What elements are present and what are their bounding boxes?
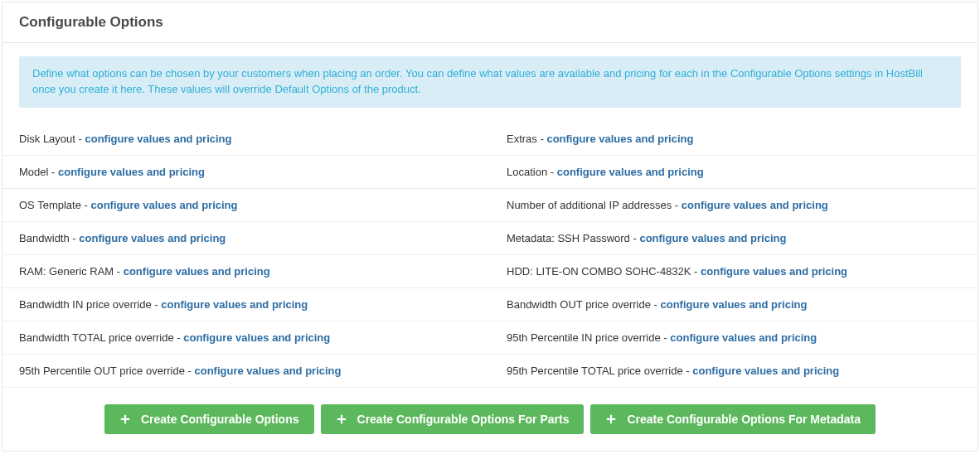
configure-link-metadata-ssh[interactable]: configure values and pricing — [639, 232, 786, 244]
option-separator: - — [70, 232, 80, 244]
plus-icon — [336, 413, 347, 425]
option-separator: - — [661, 331, 671, 344]
option-separator: - — [174, 331, 184, 344]
option-row-disk-layout: Disk Layout - configure values and prici… — [2, 123, 490, 156]
option-separator: - — [630, 232, 640, 244]
option-separator: - — [651, 298, 661, 311]
configure-link-model[interactable]: configure values and pricing — [58, 166, 205, 178]
configure-link-disk-layout[interactable]: configure values and pricing — [85, 133, 231, 145]
configure-link-os-template[interactable]: configure values and pricing — [90, 199, 237, 211]
option-row-bandwidth: Bandwidth - configure values and pricing — [2, 222, 490, 255]
option-label: Bandwidth TOTAL price override — [19, 331, 174, 344]
panel-title: Configurable Options — [19, 14, 961, 31]
option-label: Extras — [507, 133, 537, 145]
option-row-metadata-ssh: Metadata: SSH Password - configure value… — [490, 222, 978, 255]
option-separator: - — [185, 365, 195, 377]
option-label: 95th Percentile IN price override — [507, 331, 661, 344]
option-separator: - — [537, 133, 547, 145]
option-row-bandwidth-total: Bandwidth TOTAL price override - configu… — [2, 321, 490, 355]
panel-body: Define what options can be chosen by you… — [2, 43, 978, 451]
create-options-button[interactable]: Create Configurable Options — [104, 404, 314, 434]
option-separator: - — [48, 166, 58, 178]
option-label: OS Template — [19, 199, 81, 211]
option-row-location: Location - configure values and pricing — [490, 156, 978, 189]
configure-link-bandwidth-total[interactable]: configure values and pricing — [183, 331, 330, 344]
button-label: Create Configurable Options For Parts — [357, 413, 570, 426]
option-separator: - — [547, 166, 557, 178]
button-label: Create Configurable Options For Metadata — [627, 413, 861, 426]
option-row-hdd: HDD: LITE-ON COMBO SOHC-4832K - configur… — [490, 255, 978, 288]
option-label: Bandwidth — [19, 232, 70, 244]
option-separator: - — [81, 199, 91, 211]
configure-link-bandwidth[interactable]: configure values and pricing — [79, 232, 226, 244]
configure-link-bandwidth-in[interactable]: configure values and pricing — [161, 298, 308, 311]
options-grid: Disk Layout - configure values and prici… — [2, 123, 978, 388]
plus-icon — [119, 413, 131, 425]
option-label: HDD: LITE-ON COMBO SOHC-4832K — [507, 265, 691, 278]
option-separator: - — [672, 199, 682, 211]
configurable-options-panel: Configurable Options Define what options… — [2, 2, 978, 452]
option-label: Disk Layout — [19, 133, 75, 145]
button-label: Create Configurable Options — [141, 413, 299, 426]
option-row-95th-total: 95th Percentile TOTAL price override - c… — [490, 355, 978, 388]
option-row-os-template: OS Template - configure values and prici… — [2, 189, 490, 222]
configure-link-95th-out[interactable]: configure values and pricing — [194, 365, 341, 377]
option-label: RAM: Generic RAM — [19, 265, 114, 278]
option-label: Metadata: SSH Password — [507, 232, 630, 244]
option-row-bandwidth-out: Bandwidth OUT price override - configure… — [490, 288, 978, 321]
configure-link-additional-ip[interactable]: configure values and pricing — [682, 199, 828, 211]
option-separator: - — [114, 265, 124, 278]
option-separator: - — [691, 265, 701, 278]
button-row: Create Configurable Options Create Confi… — [2, 388, 978, 434]
create-options-metadata-button[interactable]: Create Configurable Options For Metadata — [590, 404, 876, 434]
configure-link-ram[interactable]: configure values and pricing — [124, 265, 270, 278]
option-separator: - — [152, 298, 162, 311]
configure-link-extras[interactable]: configure values and pricing — [546, 133, 693, 145]
option-label: Model — [19, 166, 48, 178]
create-options-parts-button[interactable]: Create Configurable Options For Parts — [321, 404, 585, 434]
option-row-bandwidth-in: Bandwidth IN price override - configure … — [2, 288, 490, 321]
option-label: 95th Percentile OUT price override — [19, 365, 185, 377]
option-row-95th-out: 95th Percentile OUT price override - con… — [2, 355, 490, 388]
option-row-95th-in: 95th Percentile IN price override - conf… — [490, 321, 978, 355]
option-label: Location — [507, 166, 547, 178]
configure-link-location[interactable]: configure values and pricing — [557, 166, 704, 178]
option-label: 95th Percentile TOTAL price override — [507, 365, 683, 377]
plus-icon — [605, 413, 617, 425]
configure-link-hdd[interactable]: configure values and pricing — [701, 265, 847, 278]
configure-link-95th-in[interactable]: configure values and pricing — [670, 331, 817, 344]
option-label: Bandwidth IN price override — [19, 298, 152, 311]
option-separator: - — [75, 133, 85, 145]
panel-header: Configurable Options — [2, 2, 978, 43]
option-row-model: Model - configure values and pricing — [2, 156, 490, 189]
configure-link-bandwidth-out[interactable]: configure values and pricing — [660, 298, 807, 311]
option-separator: - — [683, 365, 693, 377]
option-row-ram: RAM: Generic RAM - configure values and … — [2, 255, 490, 288]
option-label: Number of additional IP addresses — [507, 199, 672, 211]
configure-link-95th-total[interactable]: configure values and pricing — [692, 365, 839, 377]
option-row-additional-ip: Number of additional IP addresses - conf… — [490, 189, 978, 222]
info-box: Define what options can be chosen by you… — [19, 56, 961, 108]
option-row-extras: Extras - configure values and pricing — [490, 123, 978, 156]
option-label: Bandwidth OUT price override — [507, 298, 651, 311]
